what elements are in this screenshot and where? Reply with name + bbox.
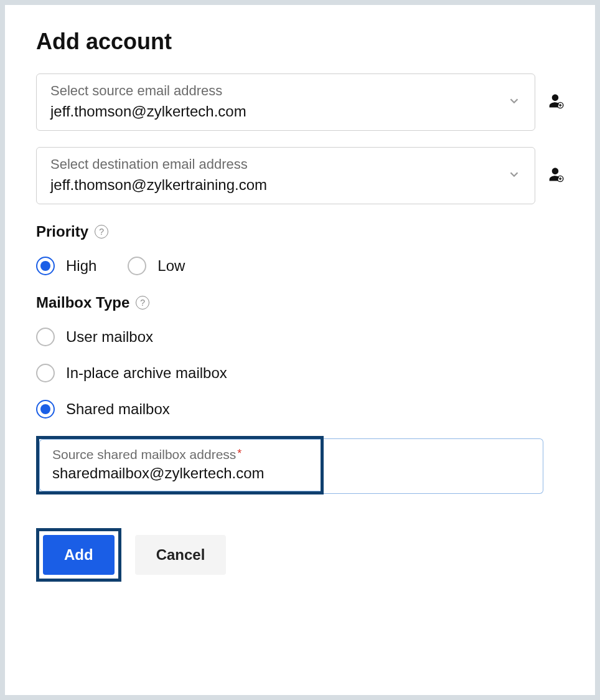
required-asterisk: * [237, 447, 241, 460]
source-email-select[interactable]: Select source email address jeff.thomson… [36, 73, 535, 131]
priority-radio-high[interactable]: High [36, 257, 96, 275]
radio-icon [128, 257, 146, 275]
radio-label: Low [157, 257, 185, 275]
priority-radio-low[interactable]: Low [128, 257, 185, 275]
shared-mailbox-input[interactable] [52, 465, 308, 482]
priority-options: High Low [36, 257, 564, 275]
source-email-label: Select source email address [50, 83, 521, 99]
priority-label-text: Priority [36, 223, 88, 240]
mailbox-type-label-text: Mailbox Type [36, 294, 129, 311]
radio-label: Shared mailbox [66, 400, 170, 418]
priority-label: Priority ? [36, 223, 564, 240]
button-row: Add Cancel [36, 528, 564, 582]
radio-label: In-place archive mailbox [66, 364, 227, 382]
destination-email-value: jeff.thomson@zylkertraining.com [50, 176, 521, 194]
mailbox-type-label: Mailbox Type ? [36, 294, 564, 311]
add-account-panel: Add account Select source email address … [5, 5, 595, 695]
radio-icon [36, 400, 55, 419]
destination-email-select[interactable]: Select destination email address jeff.th… [36, 147, 535, 204]
source-row: Select source email address jeff.thomson… [36, 73, 564, 131]
shared-mailbox-input-extension[interactable] [324, 438, 543, 494]
add-user-icon[interactable] [546, 92, 564, 112]
radio-icon [36, 364, 55, 382]
mailbox-radio-archive[interactable]: In-place archive mailbox [36, 364, 564, 382]
add-button[interactable]: Add [43, 535, 115, 575]
radio-label: High [66, 257, 96, 275]
radio-icon [36, 257, 55, 275]
shared-mailbox-highlight: Source shared mailbox address* [36, 436, 324, 494]
mailbox-radio-user[interactable]: User mailbox [36, 328, 564, 346]
destination-row: Select destination email address jeff.th… [36, 147, 564, 204]
add-button-highlight: Add [36, 528, 121, 582]
cancel-button[interactable]: Cancel [135, 535, 227, 575]
help-icon[interactable]: ? [95, 225, 108, 239]
page-title: Add account [36, 29, 564, 55]
chevron-down-icon [507, 94, 521, 110]
mailbox-radio-shared[interactable]: Shared mailbox [36, 400, 564, 419]
destination-email-label: Select destination email address [50, 156, 521, 173]
source-email-value: jeff.thomson@zylkertech.com [50, 103, 521, 120]
shared-mailbox-input-label: Source shared mailbox address* [52, 447, 308, 462]
shared-mailbox-input-container[interactable]: Source shared mailbox address* [39, 439, 321, 491]
chevron-down-icon [507, 168, 521, 184]
radio-icon [36, 328, 55, 346]
help-icon[interactable]: ? [136, 296, 149, 310]
radio-label: User mailbox [66, 328, 153, 346]
add-user-icon[interactable] [546, 166, 564, 186]
